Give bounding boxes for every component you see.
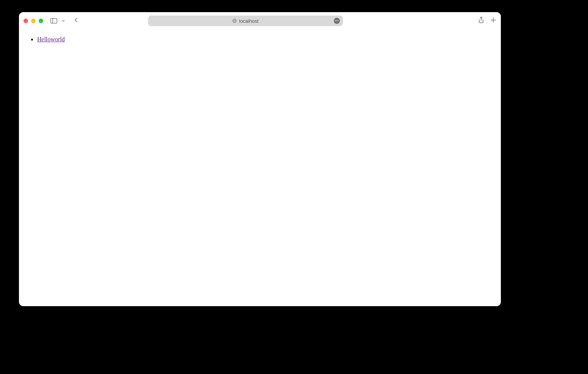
browser-window: localhost ••• (19, 12, 501, 306)
ellipsis-icon: ••• (335, 19, 339, 23)
toolbar-right (478, 17, 496, 25)
tab-group-dropdown[interactable] (61, 17, 65, 24)
page-content: Helloworld (19, 30, 501, 306)
chevron-left-icon (74, 17, 79, 25)
close-window-button[interactable] (23, 19, 28, 23)
new-tab-button[interactable] (490, 17, 496, 25)
address-bar[interactable]: localhost ••• (148, 16, 343, 26)
sidebar-toggle-button[interactable] (50, 18, 58, 24)
plus-icon (490, 17, 496, 25)
browser-toolbar: localhost ••• (19, 12, 501, 30)
page-actions-button[interactable]: ••• (334, 18, 340, 24)
website-settings-icon (232, 19, 237, 23)
share-button[interactable] (478, 17, 484, 25)
list-item: Helloworld (37, 36, 498, 44)
helloworld-link[interactable]: Helloworld (37, 36, 65, 42)
svg-rect-0 (51, 19, 57, 23)
chevron-down-icon (61, 17, 65, 24)
back-button[interactable] (74, 17, 79, 25)
share-icon (478, 17, 484, 25)
minimize-window-button[interactable] (31, 19, 36, 23)
link-list: Helloworld (22, 36, 498, 44)
sidebar-icon (50, 18, 57, 23)
fullscreen-window-button[interactable] (39, 19, 43, 23)
address-bar-host: localhost (239, 18, 258, 24)
window-controls (23, 19, 43, 23)
